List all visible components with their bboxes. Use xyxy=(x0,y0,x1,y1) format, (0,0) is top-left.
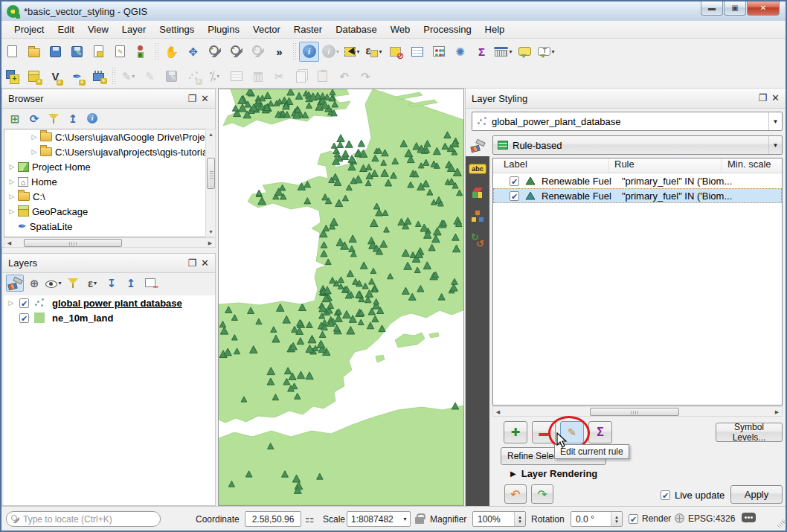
rule-row[interactable]: Renewable Fuel"primary_fuel" IN ('Biom..… xyxy=(493,188,782,203)
pan-map-button[interactable]: ✋ xyxy=(161,42,182,62)
browser-vscrollbar[interactable]: ▲ ▼ xyxy=(205,129,216,237)
processing-toolbox-button[interactable]: ✺ xyxy=(450,42,470,62)
style-manager-button[interactable] xyxy=(132,42,152,62)
lock-scale-icon[interactable] xyxy=(415,517,424,524)
edit-rule-button[interactable]: ✎ xyxy=(560,421,584,443)
col-rule[interactable]: Rule xyxy=(609,158,722,173)
layer-visibility-checkbox[interactable] xyxy=(19,298,29,308)
maximize-button[interactable]: ▣ xyxy=(724,1,746,16)
styling-tab-history[interactable] xyxy=(466,229,489,251)
filter-by-expression-button[interactable]: ε▾ xyxy=(83,275,101,292)
save-project-as-button[interactable] xyxy=(67,42,87,62)
collapse-all-layers-button[interactable]: ↥ xyxy=(122,275,140,292)
locator-search-input[interactable]: Type to locate (Ctrl+K) xyxy=(6,511,161,527)
map-canvas[interactable] xyxy=(218,89,464,506)
rules-hscrollbar[interactable]: ◀ ▶ xyxy=(492,406,783,417)
scale-select[interactable]: 1:8087482 ▼ xyxy=(347,511,411,527)
layer-item[interactable]: ne_10m_land xyxy=(4,310,215,325)
layer-visibility-checkbox[interactable] xyxy=(19,313,29,323)
menu-settings[interactable]: Settings xyxy=(152,22,201,37)
chevron-down-icon[interactable]: ▾ xyxy=(58,280,61,286)
chevron-down-icon[interactable]: ▾ xyxy=(509,48,512,55)
rule-row[interactable]: Renewable Fuel"primary_fuel" IN ('Biom..… xyxy=(493,173,782,188)
minimize-button[interactable]: ▬ xyxy=(701,1,723,16)
expand-icon[interactable]: ▷ xyxy=(7,178,16,185)
undo-style-button[interactable]: ↶ xyxy=(504,484,527,504)
zoom-in-button[interactable] xyxy=(205,42,225,62)
expand-icon[interactable]: ▷ xyxy=(30,133,39,141)
col-min-scale[interactable]: Min. scale xyxy=(722,158,782,173)
zoom-full-button[interactable]: ✥ xyxy=(183,42,203,62)
remove-rule-button[interactable]: ▬ xyxy=(532,421,556,443)
styling-tab-labels[interactable] xyxy=(466,158,489,180)
menu-database[interactable]: Database xyxy=(329,22,384,37)
measure-line-button[interactable]: ▾ xyxy=(493,42,513,62)
menu-layer[interactable]: Layer xyxy=(115,22,153,37)
data-source-manager-button[interactable] xyxy=(2,66,22,86)
layers-float-icon[interactable]: ❐ xyxy=(187,257,196,269)
layer-rendering-expander[interactable]: ▶ Layer Rendering xyxy=(510,468,597,479)
styling-float-icon[interactable]: ❐ xyxy=(758,92,767,104)
statistical-summary-button[interactable] xyxy=(428,42,449,62)
new-print-layout-button[interactable] xyxy=(89,42,109,62)
col-label[interactable]: Label xyxy=(493,158,609,173)
toolbar-overflow-button[interactable]: » xyxy=(269,42,289,62)
expand-icon[interactable]: ▷ xyxy=(7,163,16,170)
select-features-button[interactable]: ▾ xyxy=(342,42,362,62)
apply-button[interactable]: Apply xyxy=(730,485,783,504)
browser-item[interactable]: ▷Project Home xyxy=(4,159,205,174)
menu-help[interactable]: Help xyxy=(478,22,512,37)
expand-icon[interactable]: ▷ xyxy=(7,208,16,215)
new-virtual-layer-button[interactable] xyxy=(89,66,109,86)
styling-close-icon[interactable]: ✕ xyxy=(771,92,780,104)
open-project-button[interactable] xyxy=(24,42,44,62)
show-statistics-button[interactable]: Σ xyxy=(472,42,492,62)
select-by-expression-button[interactable]: ε▾ xyxy=(364,42,384,62)
browser-item[interactable]: ▷C:\Users\ujaval\projects\qgis-tutorial xyxy=(4,144,205,159)
renderer-select[interactable]: Rule-based ▼ xyxy=(492,135,783,155)
browser-float-icon[interactable]: ❐ xyxy=(187,93,196,105)
browser-item[interactable]: ▷C:\ xyxy=(4,189,205,204)
new-spatialite-layer-button[interactable]: ✒ xyxy=(67,66,87,86)
filter-legend-button[interactable] xyxy=(64,275,82,292)
menu-edit[interactable]: Edit xyxy=(51,22,80,37)
menu-plugins[interactable]: Plugins xyxy=(201,22,246,37)
new-project-button[interactable] xyxy=(2,42,22,62)
styling-tab-symbology[interactable] xyxy=(466,134,489,156)
add-rule-button[interactable]: ✚ xyxy=(504,421,527,443)
coordinate-input[interactable]: 2.58,50.96 xyxy=(245,511,301,527)
extent-toggle-icon[interactable]: ⚏ xyxy=(305,513,315,525)
magnifier-stepper[interactable]: 100%▲▼ xyxy=(472,511,526,527)
remove-layer-button[interactable] xyxy=(141,275,159,292)
properties-widget-button[interactable] xyxy=(83,110,101,127)
save-project-button[interactable] xyxy=(45,42,65,62)
chevron-down-icon[interactable]: ▾ xyxy=(94,280,97,286)
open-attribute-table-button[interactable] xyxy=(407,42,427,62)
browser-item[interactable]: ▷GeoPackage xyxy=(4,204,205,219)
browser-hscrollbar[interactable]: ◀ ▶ xyxy=(4,237,216,248)
live-update-checkbox[interactable]: Live update xyxy=(661,490,725,501)
layers-close-icon[interactable]: ✕ xyxy=(201,257,209,269)
expand-icon[interactable]: ▷ xyxy=(7,193,16,200)
chevron-down-icon[interactable]: ▾ xyxy=(551,48,554,55)
styling-layer-select[interactable]: global_power_plant_database ▼ xyxy=(472,112,783,131)
menu-web[interactable]: Web xyxy=(384,22,417,37)
collapse-all-button[interactable]: ↥ xyxy=(64,110,82,127)
sum-rule-button[interactable]: Σ xyxy=(588,421,612,443)
chevron-down-icon[interactable]: ▾ xyxy=(379,48,382,55)
new-shapefile-layer-button[interactable]: V xyxy=(45,66,65,86)
resize-grip[interactable] xyxy=(777,519,786,528)
rotation-stepper[interactable]: 0.0 °▲▼ xyxy=(571,511,623,527)
render-checkbox[interactable]: Render xyxy=(629,513,671,524)
add-group-button[interactable]: ⊕ xyxy=(25,275,43,292)
chevron-down-icon[interactable]: ▾ xyxy=(336,48,339,55)
browser-item[interactable]: ▷Home xyxy=(4,174,205,189)
menu-processing[interactable]: Processing xyxy=(417,22,478,37)
browser-item[interactable]: SpatiaLite xyxy=(4,219,205,234)
messages-icon[interactable] xyxy=(742,513,756,522)
expand-icon[interactable]: ▷ xyxy=(30,148,39,156)
symbol-levels-button[interactable]: Symbol Levels... xyxy=(716,423,783,442)
chevron-down-icon[interactable]: ▾ xyxy=(216,73,219,80)
manage-map-themes-button[interactable]: ▾ xyxy=(45,275,62,292)
close-button[interactable]: ✕ xyxy=(747,1,780,16)
